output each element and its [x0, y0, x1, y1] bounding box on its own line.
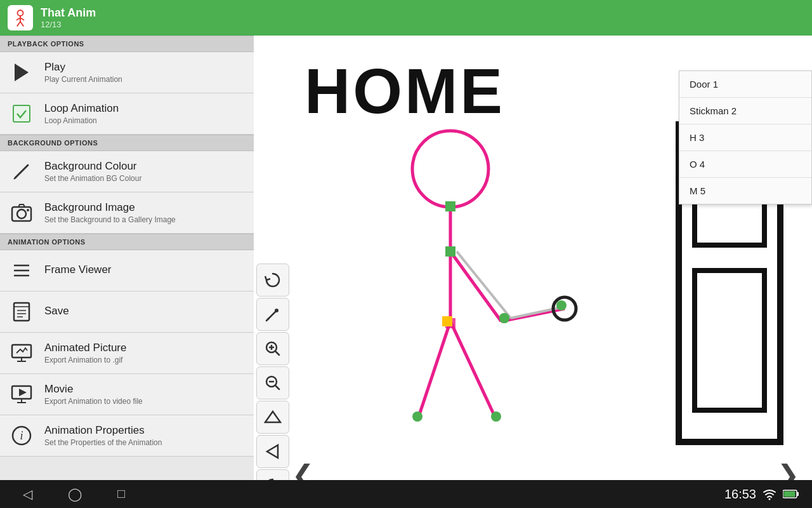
movie-subtitle: Export Animation to video file [44, 397, 143, 406]
play-title: Play [44, 61, 122, 74]
left-panel: PLAYBACK OPTIONS Play Play Current Anima… [0, 36, 254, 508]
svg-line-33 [450, 251, 501, 321]
svg-point-44 [412, 411, 422, 422]
dropdown-item-door1[interactable]: Door 1 [679, 71, 811, 98]
app-icon [8, 5, 33, 30]
svg-point-47 [556, 300, 566, 311]
tool-zoom-in[interactable] [256, 332, 289, 365]
anim-props-subtitle: Set the Properties of the Animation [44, 438, 162, 447]
list-icon [8, 257, 36, 284]
tool-eyedropper[interactable] [256, 298, 289, 331]
section-background: BACKGROUND OPTIONS [0, 135, 254, 151]
svg-line-39 [450, 321, 495, 417]
app-title: That Anim [41, 6, 96, 20]
play-icon [8, 58, 36, 86]
svg-line-5 [20, 22, 23, 27]
tool-rotate[interactable] [256, 264, 289, 297]
svg-rect-30 [695, 271, 764, 410]
svg-line-38 [419, 321, 450, 417]
section-animation: ANIMATION OPTIONS [0, 234, 254, 250]
tool-triangle-left[interactable] [256, 435, 289, 468]
svg-rect-48 [442, 316, 452, 326]
battery-icon [783, 490, 799, 498]
svg-line-7 [14, 177, 16, 179]
dropdown-item-h3[interactable]: H 3 [679, 124, 811, 151]
svg-point-61 [769, 498, 771, 500]
dropdown-panel: Door 1 Stickman 2 H 3 O 4 M 5 [679, 70, 812, 204]
stickman-svg[interactable] [349, 124, 615, 486]
monitor-gif-icon [8, 339, 36, 367]
home-text: HOME [304, 55, 505, 128]
movie-title: Movie [44, 383, 143, 396]
monitor-video-icon [8, 380, 36, 408]
bg-colour-title: Background Colour [44, 160, 141, 173]
animated-picture-title: Animated Picture [44, 342, 126, 354]
dropdown-item-stickman2[interactable]: Stickman 2 [679, 98, 811, 124]
svg-line-35 [457, 251, 511, 318]
camera-icon [8, 199, 36, 227]
dropdown-item-o4[interactable]: O 4 [679, 151, 811, 178]
svg-marker-25 [19, 389, 27, 396]
tool-triangle-up[interactable] [256, 401, 289, 434]
svg-rect-64 [784, 491, 796, 497]
float-toolbar [254, 261, 292, 505]
back-button[interactable]: ◁ [13, 486, 43, 502]
svg-line-6 [15, 165, 28, 178]
svg-line-51 [266, 318, 269, 321]
file-icon [8, 298, 36, 326]
menu-item-anim-props[interactable]: i Animation Properties Set the Propertie… [0, 415, 254, 457]
svg-rect-41 [445, 246, 455, 257]
canvas-area[interactable]: HOME [254, 36, 812, 508]
menu-item-bg-image[interactable]: Background Image Set the Background to a… [0, 192, 254, 234]
clock: 16:53 [724, 487, 756, 502]
save-title: Save [44, 305, 69, 318]
svg-text:i: i [20, 429, 23, 442]
play-subtitle: Play Current Animation [44, 75, 122, 84]
menu-item-animated-picture[interactable]: Animated Picture Export Animation to .gi… [0, 333, 254, 374]
loop-checkbox[interactable] [8, 100, 36, 128]
main-layout: PLAYBACK OPTIONS Play Play Current Anima… [0, 36, 812, 508]
svg-rect-63 [797, 492, 799, 496]
frame-viewer-title: Frame Viewer [44, 264, 112, 276]
menu-item-frame-viewer[interactable]: Frame Viewer [0, 250, 254, 291]
recent-button[interactable]: □ [107, 486, 135, 502]
svg-point-50 [275, 309, 278, 312]
dropdown-item-m5[interactable]: M 5 [679, 178, 811, 204]
brush-icon [8, 157, 36, 185]
svg-point-10 [27, 209, 29, 211]
svg-line-53 [275, 351, 279, 355]
info-icon: i [8, 422, 36, 450]
anim-props-title: Animation Properties [44, 424, 162, 437]
bottombar: ◁ ◯ □ 16:53 [0, 480, 812, 508]
svg-point-45 [491, 411, 501, 422]
tool-zoom-out[interactable] [256, 366, 289, 399]
svg-line-57 [275, 385, 279, 389]
svg-rect-40 [445, 201, 455, 211]
svg-marker-60 [267, 445, 278, 458]
svg-point-31 [412, 131, 488, 207]
svg-point-0 [18, 10, 23, 16]
app-subtitle: 12/13 [41, 20, 96, 29]
menu-item-save[interactable]: Save [0, 291, 254, 333]
svg-point-43 [499, 313, 509, 323]
topbar: That Anim 12/13 [0, 0, 812, 36]
section-playback: PLAYBACK OPTIONS [0, 36, 254, 52]
loop-subtitle: Loop Animation [44, 116, 119, 125]
menu-item-movie[interactable]: Movie Export Animation to video file [0, 374, 254, 415]
bg-image-title: Background Image [44, 201, 176, 214]
wifi-icon [763, 487, 776, 501]
svg-rect-14 [14, 303, 29, 321]
loop-title: Loop Animation [44, 102, 119, 115]
svg-marker-59 [265, 411, 280, 422]
menu-item-bg-colour[interactable]: Background Colour Set the Animation BG C… [0, 151, 254, 192]
animated-picture-subtitle: Export Animation to .gif [44, 356, 126, 364]
svg-point-9 [17, 210, 26, 218]
bg-colour-subtitle: Set the Animation BG Colour [44, 174, 141, 183]
menu-item-play[interactable]: Play Play Current Animation [0, 52, 254, 93]
bg-image-subtitle: Set the Background to a Gallery Image [44, 215, 176, 224]
menu-item-loop[interactable]: Loop Animation Loop Animation [0, 93, 254, 135]
home-button[interactable]: ◯ [58, 486, 92, 502]
svg-line-4 [17, 22, 20, 27]
